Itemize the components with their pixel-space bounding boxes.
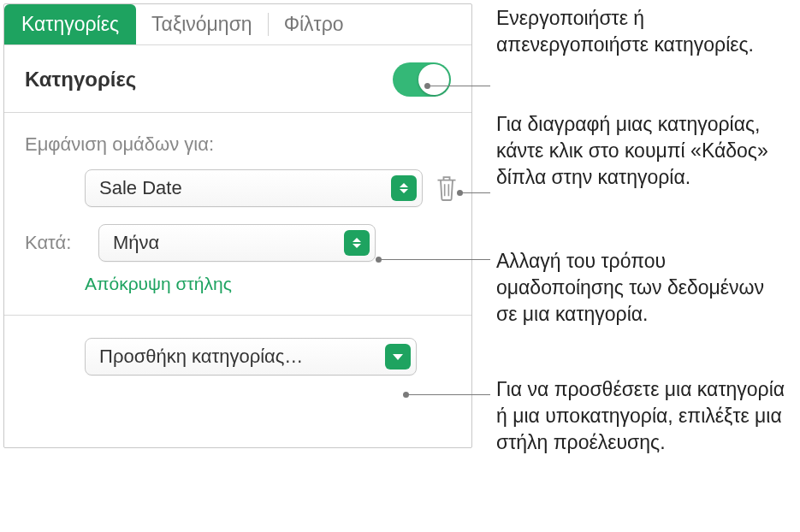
categories-toggle[interactable] [393, 62, 451, 97]
hide-column-link[interactable]: Απόκρυψη στήλης [85, 274, 232, 294]
add-category-label: Προσθήκη κατηγορίας… [99, 346, 385, 368]
tab-filter[interactable]: Φίλτρο [269, 4, 359, 44]
callout-add-category: Για να προσθέσετε μια κατηγορία ή μια υπ… [496, 376, 787, 456]
tab-bar: Κατηγορίες Ταξινόμηση Φίλτρο [4, 4, 471, 45]
category-row: Sale Date [85, 169, 451, 207]
callout-group-by: Αλλαγή του τρόπου ομαδοποίησης των δεδομ… [496, 248, 787, 328]
dropdown-caret-icon [385, 344, 411, 369]
category-select[interactable]: Sale Date [85, 169, 423, 207]
tab-categories[interactable]: Κατηγορίες [4, 4, 136, 44]
toggle-knob [418, 64, 449, 95]
callout-trash: Για διαγραφή μιας κατηγορίας, κάντε κλικ… [496, 111, 787, 191]
groups-for-label: Εμφάνιση ομάδων για: [25, 133, 451, 156]
panel-body: Εμφάνιση ομάδων για: Sale Date Κατά: Μήν… [4, 113, 471, 375]
add-category-select[interactable]: Προσθήκη κατηγορίας… [85, 338, 417, 375]
divider [4, 315, 471, 316]
dropdown-stepper-icon [344, 230, 370, 256]
tab-sort[interactable]: Ταξινόμηση [136, 4, 268, 44]
category-select-value: Sale Date [99, 177, 391, 199]
section-title: Κατηγορίες [25, 68, 136, 92]
section-header: Κατηγορίες [4, 45, 471, 113]
group-by-label: Κατά: [25, 232, 83, 254]
categories-panel: Κατηγορίες Ταξινόμηση Φίλτρο Κατηγορίες … [3, 3, 472, 448]
group-by-value: Μήνα [113, 232, 344, 254]
dropdown-stepper-icon [391, 175, 417, 201]
callout-toggle: Ενεργοποιήστε ή απενεργοποιήστε κατηγορί… [496, 5, 787, 58]
delete-category-button[interactable] [435, 172, 459, 204]
group-by-select[interactable]: Μήνα [98, 224, 376, 262]
group-by-row: Κατά: Μήνα [25, 224, 451, 262]
trash-icon [435, 174, 459, 203]
